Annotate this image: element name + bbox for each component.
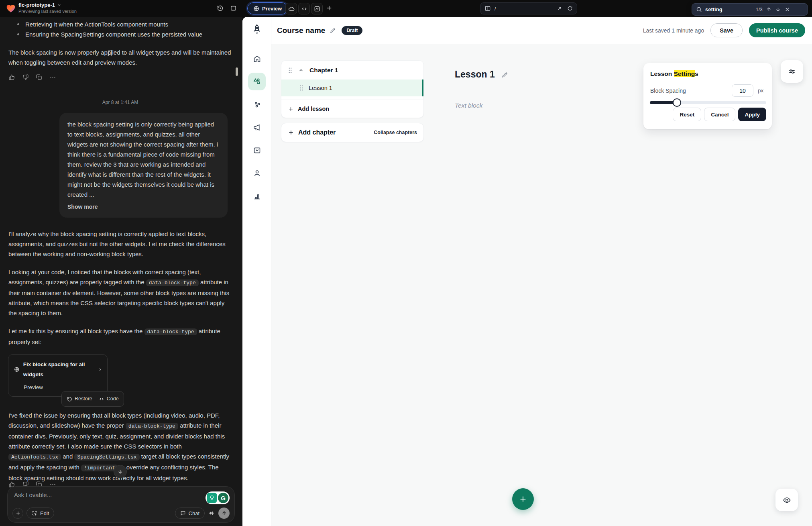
sidebar-item-inbox[interactable] (248, 141, 266, 159)
sidebar-item-community[interactable] (248, 96, 266, 113)
scroll-to-bottom-button[interactable] (114, 465, 127, 478)
inline-code: SpacingSettings.tsx (74, 454, 139, 461)
reset-button[interactable]: Reset (673, 108, 701, 121)
refresh-icon[interactable] (567, 6, 573, 11)
thumbs-down-icon[interactable] (22, 74, 29, 81)
lesson-settings-panel: Lesson Settings Block Spacing px Reset C… (643, 63, 772, 129)
block-spacing-input[interactable] (732, 84, 753, 97)
sidebar-item-home[interactable] (248, 50, 266, 67)
lesson-list-item[interactable]: Lesson 1 (281, 80, 423, 96)
analytics-button[interactable] (311, 3, 323, 14)
chapter-card: Chapter 1 Lesson 1 Add lesson (281, 60, 424, 118)
shapes-icon (252, 77, 261, 86)
inline-code: ActionTools.tsx (8, 454, 61, 461)
add-block-fab[interactable] (512, 488, 534, 510)
chevron-up-icon[interactable] (298, 67, 304, 73)
send-button[interactable] (218, 508, 230, 519)
grammarly-bulb-icon (207, 493, 217, 503)
edit-version-card[interactable]: Fix block spacing for all widgets Previe… (8, 354, 108, 397)
add-chapter-button[interactable]: Add chapter (298, 129, 336, 136)
chat-input-card: G Edit Chat (7, 486, 235, 523)
find-bar: 1/3 (692, 3, 808, 16)
preview-button-label: Preview (262, 6, 282, 12)
save-button[interactable]: Save (710, 23, 743, 37)
show-more-link[interactable]: Show more (67, 202, 220, 212)
cancel-button[interactable]: Cancel (704, 108, 735, 121)
sidebar-item-courses[interactable] (248, 73, 266, 90)
globe-icon (253, 6, 259, 12)
inline-code: !important (81, 465, 118, 471)
project-switcher[interactable]: flc-prototype-1 Previewing last saved ve… (18, 2, 77, 14)
edit-mode-button[interactable]: Edit (26, 508, 54, 519)
plus-icon (288, 106, 294, 112)
org-icon (253, 100, 261, 109)
find-next-icon[interactable] (775, 6, 781, 12)
chat-input[interactable] (14, 491, 159, 498)
bullet-item: Retrieving it when the ActionTools compo… (17, 19, 232, 29)
thumbs-up-icon[interactable] (8, 74, 15, 81)
inbox-icon (253, 146, 261, 155)
preview-button[interactable]: Preview (247, 2, 288, 14)
grammarly-g-icon: G (218, 493, 228, 503)
user-message-bubble: the block spacing setting is only correc… (59, 113, 228, 218)
lovable-heart-icon (6, 3, 16, 14)
settings-toggle-button[interactable] (781, 60, 803, 83)
apply-button[interactable]: Apply (738, 108, 766, 121)
pencil-icon[interactable] (330, 27, 336, 34)
plus-icon (15, 510, 21, 516)
grammarly-widget[interactable]: G (206, 491, 230, 504)
sidebar-item-profile[interactable] (248, 164, 266, 182)
chapter-header[interactable]: Chapter 1 (281, 61, 423, 80)
search-icon (696, 6, 702, 12)
code-button[interactable]: Code (99, 394, 119, 404)
chevron-right-icon (98, 367, 102, 372)
add-chapter-card: Add chapter Collapse chapters (281, 123, 424, 142)
sidebar-item-analytics[interactable] (248, 187, 266, 205)
copy-icon[interactable] (36, 74, 43, 81)
project-name: flc-prototype-1 (18, 2, 55, 8)
chat-scrollbar[interactable] (236, 67, 238, 76)
find-input[interactable] (705, 6, 753, 12)
find-prev-icon[interactable] (766, 6, 772, 12)
panel-icon[interactable] (230, 5, 237, 12)
drag-handle-icon[interactable] (299, 85, 304, 91)
pencil-icon[interactable] (501, 71, 509, 78)
app-sidebar (242, 17, 271, 526)
chart-icon (253, 192, 261, 200)
add-lesson-button[interactable]: Add lesson (281, 100, 423, 118)
chat-mode-button[interactable]: Chat (175, 508, 205, 519)
attach-button[interactable] (12, 508, 23, 519)
empty-text-block[interactable]: Text block (455, 102, 482, 109)
collapse-chapters-button[interactable]: Collapse chapters (374, 130, 417, 135)
code-icon (301, 6, 307, 12)
more-icon[interactable] (49, 74, 56, 81)
preview-toggle-button[interactable] (775, 489, 798, 511)
person-icon (253, 169, 261, 177)
audio-icon[interactable] (208, 510, 215, 516)
bookmark-icon[interactable] (107, 50, 113, 56)
publish-course-button[interactable]: Publish course (749, 23, 805, 37)
url-bar[interactable]: / (480, 2, 577, 14)
drag-handle-icon[interactable] (288, 67, 293, 73)
restore-button[interactable]: Restore (67, 394, 92, 404)
open-external-icon[interactable] (557, 6, 562, 11)
chat-panel: Retrieving it when the ActionTools compo… (0, 17, 242, 526)
course-title: Course name (277, 26, 325, 35)
assistant-fix-intro: Let me fix this by ensuring all block ty… (8, 326, 232, 347)
block-spacing-slider[interactable] (650, 101, 766, 104)
assistant-analysis-1: I'll analyze why the block spacing setti… (8, 229, 232, 259)
add-tab-icon[interactable] (326, 4, 333, 12)
sidebar-item-announcements[interactable] (248, 118, 266, 136)
find-close-icon[interactable] (784, 6, 790, 12)
app-header: Course name Draft Last saved 1 minute ag… (271, 17, 812, 44)
device-icon (484, 5, 491, 12)
version-actions-pill: Restore Code (61, 391, 124, 407)
history-icon[interactable] (217, 5, 224, 12)
slider-thumb[interactable] (673, 98, 681, 107)
home-icon (253, 55, 261, 63)
code-view-button[interactable] (298, 3, 310, 14)
cloud-button[interactable] (285, 3, 297, 14)
block-spacing-label: Block Spacing (650, 88, 686, 94)
message-timestamp: Apr 8 at 1:41 AM (8, 98, 232, 108)
unit-label: px (758, 88, 763, 94)
